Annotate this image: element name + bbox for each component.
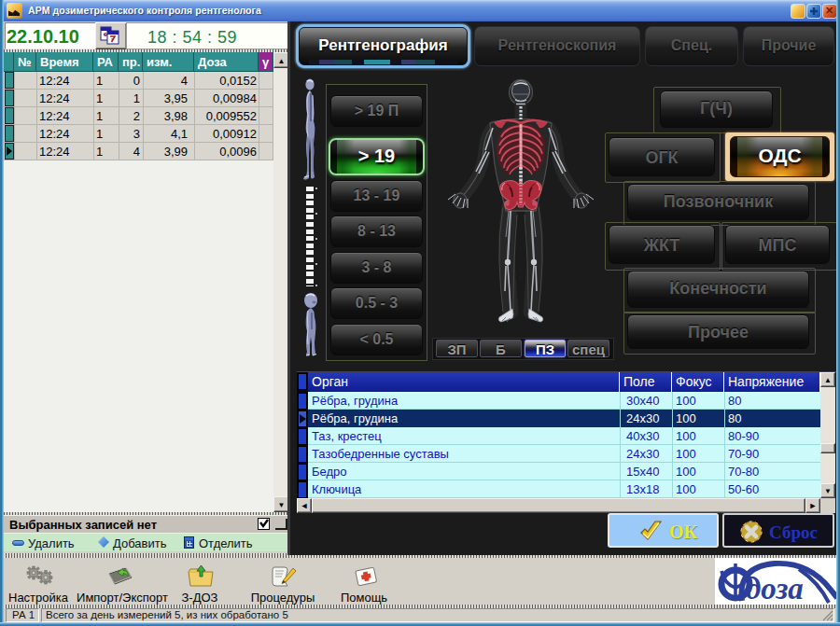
svg-text:доза: доза bbox=[746, 572, 804, 605]
